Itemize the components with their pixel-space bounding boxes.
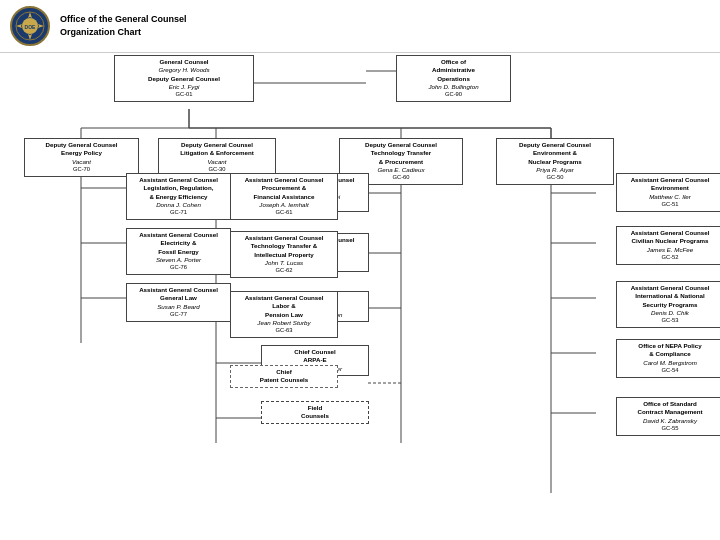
gc-name: Gregory H. Woods: [118, 66, 250, 74]
staff-62-box: Assistant General Counsel Technology Tra…: [230, 231, 338, 278]
staff-76-box: Assistant General Counsel Electricity & …: [126, 228, 231, 275]
doe-seal: DOE: [10, 6, 50, 46]
staff-63-box: Assistant General Counsel Labor & Pensio…: [230, 291, 338, 338]
staff-61-box: Assistant General Counsel Procurement & …: [230, 173, 338, 220]
staff-51-box: Assistant General Counsel Environment Ma…: [616, 173, 720, 212]
page: DOE Office of the General Counsel Organi…: [0, 0, 720, 540]
admin-code: GC-90: [400, 91, 507, 99]
chart-area: General Counsel Gregory H. Woods Deputy …: [6, 53, 714, 513]
staff-55-box: Office of Standard Contract Management D…: [616, 397, 720, 436]
staff-53-box: Assistant General Counsel International …: [616, 281, 720, 328]
staff-field-box: Field Counsels: [261, 401, 369, 424]
admin-title3: Operations: [400, 75, 507, 83]
gc-title: General Counsel: [118, 58, 250, 66]
admin-title2: Administrative: [400, 66, 507, 74]
staff-patent-box: Chief Patent Counsels: [230, 365, 338, 388]
header: DOE Office of the General Counsel Organi…: [0, 0, 720, 53]
staff-54-box: Office of NEPA Policy & Compliance Carol…: [616, 339, 720, 378]
admin-box: Office of Administrative Operations John…: [396, 55, 511, 102]
svg-text:DOE: DOE: [25, 24, 37, 30]
staff-52-box: Assistant General Counsel Civilian Nucle…: [616, 226, 720, 265]
admin-title: Office of: [400, 58, 507, 66]
deputy-30-box: Deputy General Counsel Litigation & Enfo…: [158, 138, 276, 177]
gc-subtitle: Deputy General Counsel: [118, 75, 250, 83]
gc-name2: Eric J. Fygi: [118, 83, 250, 91]
gc-code: GC-01: [118, 91, 250, 99]
staff-71-box: Assistant General Counsel Legislation, R…: [126, 173, 231, 220]
gc-box: General Counsel Gregory H. Woods Deputy …: [114, 55, 254, 102]
deputy-70-box: Deputy General Counsel Energy Policy Vac…: [24, 138, 139, 177]
connector-lines: [6, 53, 714, 513]
header-title: Office of the General Counsel Organizati…: [60, 13, 187, 38]
admin-name: John D. Bullington: [400, 83, 507, 91]
staff-77-box: Assistant General Counsel General Law Su…: [126, 283, 231, 322]
deputy-50-box: Deputy General Counsel Environment & Nuc…: [496, 138, 614, 185]
